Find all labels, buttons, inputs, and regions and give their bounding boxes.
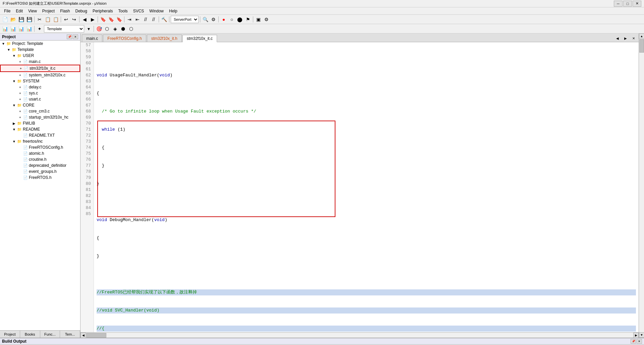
tree-user-folder[interactable]: ▼ 📁 USER bbox=[0, 53, 80, 59]
project-tab-func[interactable]: Func... bbox=[40, 331, 60, 338]
search-button[interactable]: 🔍 bbox=[202, 16, 209, 23]
target-btn[interactable]: 🎯 bbox=[95, 25, 103, 32]
menu-item-peripherals[interactable]: Peripherals bbox=[90, 8, 116, 14]
hscroll-left[interactable]: ◀ bbox=[80, 333, 86, 338]
outdent-button[interactable]: ⇤ bbox=[134, 16, 141, 23]
project-tab-books[interactable]: Books bbox=[20, 331, 40, 338]
code-lines[interactable]: void UsageFault_Handler(void) { /* Go to… bbox=[94, 42, 639, 332]
editor-horizontal-scrollbar[interactable]: ◀ ▶ bbox=[80, 332, 639, 338]
project-panel-unpin[interactable]: 📌 bbox=[67, 34, 72, 39]
flash-btn[interactable]: ⬢ bbox=[119, 25, 127, 32]
hscroll-track[interactable] bbox=[86, 333, 633, 338]
tree-main-c[interactable]: + 📄 main.c bbox=[0, 59, 80, 65]
expand-icon[interactable]: + bbox=[17, 90, 23, 96]
template-dropdown[interactable]: Template bbox=[44, 25, 84, 32]
new-button[interactable]: 📄 bbox=[1, 16, 9, 23]
settings-button[interactable]: ⚙ bbox=[263, 16, 270, 23]
menu-item-project[interactable]: Project bbox=[40, 8, 57, 14]
menu-item-svcs[interactable]: SVCS bbox=[130, 8, 147, 14]
tree-usart-c[interactable]: + 📄 usart.c bbox=[0, 96, 80, 102]
tree-system-folder[interactable]: ▼ 📁 SYSTEM bbox=[0, 78, 80, 84]
maximize-button[interactable]: □ bbox=[623, 1, 632, 7]
tree-deprecated[interactable]: + 📄 deprecated_definitior bbox=[0, 162, 80, 168]
vscroll-track[interactable] bbox=[639, 39, 644, 332]
build-button[interactable]: 🔨 bbox=[160, 16, 168, 23]
menu-item-help[interactable]: Help bbox=[166, 8, 180, 14]
expand-icon[interactable]: + bbox=[17, 59, 23, 64]
tree-freertos-h[interactable]: + 📄 FreeRTOS.h bbox=[0, 175, 80, 181]
tree-sys-c[interactable]: + 📄 sys.c bbox=[0, 90, 80, 96]
expand-icon[interactable]: + bbox=[17, 84, 23, 90]
editor-tab-stm32-it-c[interactable]: stm32f10x_it.c bbox=[182, 35, 217, 42]
editor-tab-stm32-it-h[interactable]: stm32f10x_it.h bbox=[147, 34, 182, 42]
tree-template[interactable]: ▼ 📁 Template bbox=[0, 47, 80, 53]
stop-button[interactable]: ○ bbox=[228, 16, 235, 23]
close-button[interactable]: ✕ bbox=[633, 1, 641, 7]
editor-vertical-scrollbar[interactable]: ▲ ▼ bbox=[639, 33, 644, 338]
tree-readme-txt[interactable]: + 📄 README.TXT bbox=[0, 132, 80, 138]
expand-icon[interactable]: + bbox=[18, 66, 23, 71]
bookmark-button[interactable]: 🔖 bbox=[99, 16, 107, 23]
expand-icon[interactable]: + bbox=[17, 115, 23, 120]
dropdown-arrow[interactable]: ▾ bbox=[85, 25, 92, 32]
expand-icon[interactable]: + bbox=[17, 109, 23, 114]
tree-system-c[interactable]: + 📄 system_stm32f10x.c bbox=[0, 72, 80, 78]
nav-fwd-button[interactable]: ▶ bbox=[89, 16, 96, 23]
expand-icon[interactable]: ▼ bbox=[6, 47, 11, 52]
undo-button[interactable]: ↩ bbox=[62, 16, 70, 23]
tree-root[interactable]: ▼ 📁 Project: Template bbox=[0, 41, 80, 47]
tab-scroll-left[interactable]: ◀ bbox=[614, 34, 621, 42]
menu-item-window[interactable]: Window bbox=[147, 8, 166, 14]
hscroll-thumb[interactable] bbox=[86, 333, 106, 338]
tree-core-folder[interactable]: ▼ 📁 CORE bbox=[0, 102, 80, 108]
debug1-button[interactable]: ⚙ bbox=[210, 16, 217, 23]
hscroll-right[interactable]: ▶ bbox=[633, 333, 639, 338]
vscroll-down[interactable]: ▼ bbox=[639, 332, 644, 338]
expand-icon[interactable]: + bbox=[17, 72, 23, 78]
tb2-btn4[interactable]: 📊 bbox=[25, 25, 33, 32]
erase-btn[interactable]: ◈ bbox=[111, 25, 119, 32]
bookmark3-button[interactable]: 🔖 bbox=[115, 16, 123, 23]
editor-content[interactable]: 57 58 59 60 61 62 63 64 65 66 67 68 69 7… bbox=[80, 42, 639, 332]
expand-icon[interactable]: + bbox=[17, 96, 23, 102]
open-button[interactable]: 📂 bbox=[9, 16, 17, 23]
tb2-select[interactable]: ✦ bbox=[36, 25, 43, 32]
build-panel-pin[interactable]: 📌 bbox=[631, 339, 636, 344]
expand-icon[interactable]: ▼ bbox=[11, 102, 17, 108]
nav-back-button[interactable]: ◀ bbox=[81, 16, 88, 23]
save-button[interactable]: 💾 bbox=[17, 16, 25, 23]
menu-item-flash[interactable]: Flash bbox=[57, 8, 72, 14]
bookmark2-button[interactable]: 🔖 bbox=[107, 16, 115, 23]
menu-item-debug[interactable]: Debug bbox=[73, 8, 90, 14]
view-button[interactable]: ▣ bbox=[255, 16, 262, 23]
expand-icon[interactable]: ▼ bbox=[11, 139, 17, 144]
menu-item-edit[interactable]: Edit bbox=[13, 8, 25, 14]
editor-tab-main-c[interactable]: main.c bbox=[82, 34, 102, 42]
expand-icon[interactable]: ▼ bbox=[11, 127, 17, 132]
tree-eventgroups[interactable]: + 📄 event_groups.h bbox=[0, 168, 80, 175]
tree-readme-folder[interactable]: ▼ 📁 README bbox=[0, 126, 80, 132]
tree-stm32-it-c[interactable]: + 📄 stm32f10x_it.c bbox=[0, 65, 80, 72]
tab-scroll-right[interactable]: ▶ bbox=[622, 34, 629, 42]
project-tab-project[interactable]: Project bbox=[0, 331, 20, 338]
vscroll-up[interactable]: ▲ bbox=[639, 33, 644, 39]
tb2-btn3[interactable]: 📊 bbox=[17, 25, 25, 32]
serverport-dropdown[interactable]: ServerPort bbox=[171, 16, 199, 23]
chip-btn[interactable]: ⬡ bbox=[103, 25, 111, 32]
tree-freertosconfig[interactable]: + 📄 FreeRTOSConfig.h bbox=[0, 144, 80, 150]
debug2-button[interactable]: ⚑ bbox=[244, 16, 252, 23]
project-tab-tem[interactable]: Tem... bbox=[60, 331, 80, 338]
cut-button[interactable]: ✂ bbox=[36, 16, 43, 23]
editor-tab-freertosconfig[interactable]: FreeRTOSConfig.h bbox=[103, 34, 146, 42]
tree-freertos-folder[interactable]: ▼ 📁 freertos/inc bbox=[0, 138, 80, 144]
menu-item-view[interactable]: View bbox=[25, 8, 40, 14]
flash2-btn[interactable]: ⬡ bbox=[127, 25, 135, 32]
save-all-button[interactable]: 💾 bbox=[25, 16, 33, 23]
comment-button[interactable]: // bbox=[142, 16, 149, 23]
tree-croutine[interactable]: + 📄 croutine.h bbox=[0, 156, 80, 162]
build-panel-close[interactable]: ✕ bbox=[637, 339, 642, 344]
tb2-btn2[interactable]: 📊 bbox=[9, 25, 17, 32]
minimize-button[interactable]: ─ bbox=[614, 1, 623, 7]
tree-startup[interactable]: + 📄 startup_stm32f10x_hc bbox=[0, 114, 80, 120]
expand-icon[interactable]: ▼ bbox=[11, 53, 17, 58]
